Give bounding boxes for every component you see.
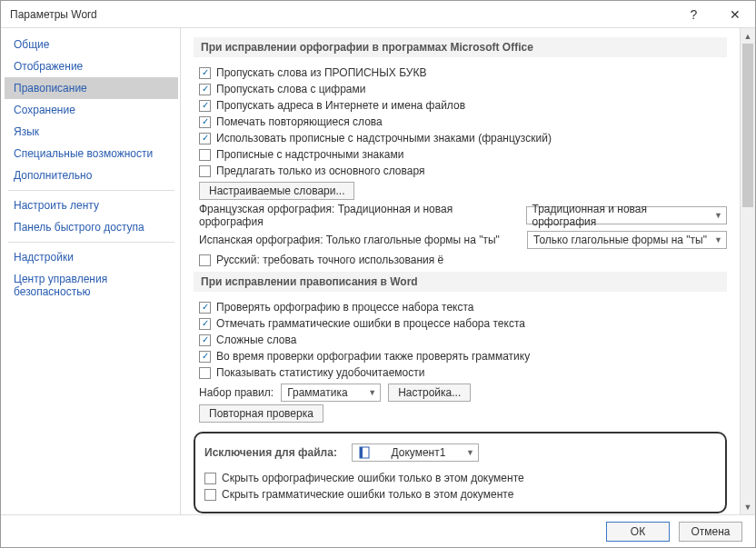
opt-hide-grammar-this-doc[interactable]: Скрыть грамматические ошибки только в эт… [204, 486, 716, 503]
scroll-up-icon[interactable]: ▲ [741, 28, 755, 44]
checkbox-icon [199, 351, 211, 363]
opt-readability-stats[interactable]: Показывать статистику удобочитаемости [199, 364, 727, 381]
sidebar-item-display[interactable]: Отображение [5, 55, 178, 77]
opt-uppercase-diacritics[interactable]: Прописные с надстрочными знаками [199, 146, 727, 163]
help-button[interactable]: ? [673, 1, 714, 28]
recheck-button[interactable]: Повторная проверка [199, 404, 323, 423]
checkbox-icon [199, 67, 211, 79]
sidebar-separator-2 [8, 242, 174, 243]
checkbox-icon [199, 116, 211, 128]
help-icon: ? [691, 7, 698, 22]
sidebar-item-qat[interactable]: Панель быстрого доступа [5, 216, 178, 238]
sidebar-item-proofing[interactable]: Правописание [5, 77, 178, 99]
sidebar-item-trustcenter[interactable]: Центр управления безопасностью [5, 268, 178, 303]
checkbox-icon [199, 149, 211, 161]
opt-hide-spelling-this-doc[interactable]: Скрыть орфографические ошибки только в э… [204, 470, 716, 486]
sidebar-item-addins[interactable]: Надстройки [5, 246, 178, 268]
select-value: Документ1 [391, 446, 445, 459]
checkbox-icon [204, 473, 216, 484]
opt-main-dict-only[interactable]: Предлагать только из основного словаря [199, 163, 727, 179]
checkbox-icon [204, 489, 216, 501]
spanish-mode-label: Испанская орфография: Только глагольные … [199, 234, 500, 246]
word-proofing-options: Проверять орфографию в процессе набора т… [199, 299, 727, 381]
checkbox-icon [199, 84, 211, 95]
office-spelling-options: Пропускать слова из ПРОПИСНЫХ БУКВ Пропу… [199, 65, 727, 179]
sidebar-item-accessibility[interactable]: Специальные возможности [5, 143, 178, 164]
checkbox-icon [199, 367, 211, 379]
checkbox-icon [199, 254, 211, 266]
content: При исправлении орфографии в программах … [181, 28, 740, 514]
sidebar: Общие Отображение Правописание Сохранени… [1, 28, 181, 514]
ruleset-label: Набор правил: [199, 386, 274, 399]
sidebar-item-customize-ribbon[interactable]: Настроить ленту [5, 194, 178, 216]
dialog-footer: ОК Отмена [1, 514, 755, 547]
opt-ignore-numbers[interactable]: Пропускать слова с цифрами [199, 81, 727, 97]
checkbox-icon [199, 334, 211, 346]
section-proofing-word-title: При исправлении правописания в Word [194, 272, 727, 292]
chevron-down-icon: ▼ [466, 448, 474, 457]
scrollbar-thumb[interactable] [742, 44, 753, 207]
opt-french-diacritics[interactable]: Использовать прописные с надстрочными зн… [199, 130, 727, 146]
word-options-dialog: Параметры Word ? ✕ Общие Отображение Пра… [0, 0, 756, 548]
french-mode-label: Французская орфография: Традиционная и н… [199, 203, 512, 228]
custom-dictionaries-button[interactable]: Настраиваемые словари... [199, 182, 354, 200]
opt-check-spelling-typing[interactable]: Проверять орфографию в процессе набора т… [199, 299, 727, 315]
ok-button[interactable]: ОК [606, 522, 670, 542]
dialog-body: Общие Отображение Правописание Сохранени… [1, 28, 755, 514]
checkbox-icon [199, 302, 211, 314]
select-value: Грамматика [287, 386, 347, 399]
sidebar-separator-1 [8, 190, 174, 191]
select-value: Традиционная и новая орфография [532, 203, 710, 228]
checkbox-icon [199, 318, 211, 330]
file-exceptions-select[interactable]: Документ1 ▼ [352, 443, 479, 462]
opt-ignore-uppercase[interactable]: Пропускать слова из ПРОПИСНЫХ БУКВ [199, 65, 727, 81]
svg-rect-1 [360, 447, 363, 458]
chevron-down-icon: ▼ [368, 388, 376, 397]
french-mode-select[interactable]: Традиционная и новая орфография ▼ [526, 206, 727, 224]
content-wrap: При исправлении орфографии в программах … [181, 28, 755, 514]
section-autocorrect-office-title: При исправлении орфографии в программах … [194, 37, 727, 57]
select-value: Только глагольные формы на "ты" [533, 234, 707, 246]
ruleset-select[interactable]: Грамматика ▼ [281, 384, 381, 402]
file-exceptions-title: Исключения для файла: [204, 446, 337, 459]
file-exceptions-group: Исключения для файла: Документ1 ▼ Скрыть… [194, 432, 727, 513]
chevron-down-icon: ▼ [714, 235, 722, 244]
opt-ignore-urls[interactable]: Пропускать адреса в Интернете и имена фа… [199, 97, 727, 114]
scrollbar[interactable]: ▲ ▼ [740, 28, 755, 514]
spanish-mode-select[interactable]: Только глагольные формы на "ты" ▼ [527, 231, 727, 249]
grammar-settings-button[interactable]: Настройка... [388, 384, 471, 402]
sidebar-item-language[interactable]: Язык [5, 121, 178, 143]
opt-flag-repeated[interactable]: Помечать повторяющиеся слова [199, 114, 727, 130]
checkbox-icon [199, 100, 211, 112]
document-icon [358, 446, 371, 459]
opt-russian-yo[interactable]: Русский: требовать точного использования… [199, 252, 727, 268]
close-icon: ✕ [730, 7, 741, 22]
chevron-down-icon: ▼ [714, 211, 722, 220]
close-button[interactable]: ✕ [714, 1, 755, 28]
sidebar-item-general[interactable]: Общие [5, 34, 178, 55]
opt-mark-grammar-typing[interactable]: Отмечать грамматические ошибки в процесс… [199, 315, 727, 332]
checkbox-icon [199, 133, 211, 144]
scroll-down-icon[interactable]: ▼ [741, 499, 755, 514]
sidebar-item-advanced[interactable]: Дополнительно [5, 164, 178, 186]
opt-compound-words[interactable]: Сложные слова [199, 332, 727, 348]
cancel-button[interactable]: Отмена [679, 522, 742, 542]
sidebar-item-save[interactable]: Сохранение [5, 99, 178, 121]
titlebar: Параметры Word ? ✕ [1, 1, 755, 28]
opt-check-grammar-with-spelling[interactable]: Во время проверки орфографии также прове… [199, 348, 727, 364]
window-title: Параметры Word [10, 8, 673, 21]
checkbox-icon [199, 165, 211, 177]
